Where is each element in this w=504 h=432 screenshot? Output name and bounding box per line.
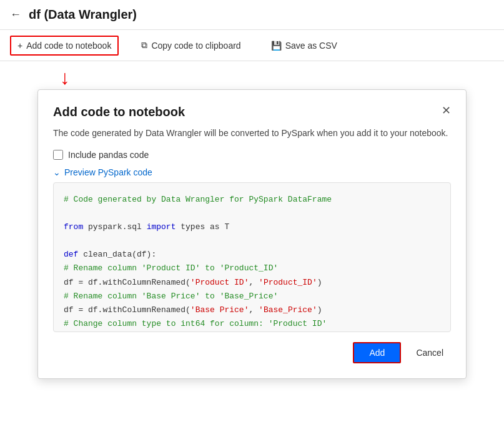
add-code-button[interactable]: + Add code to notebook bbox=[10, 36, 119, 56]
copy-icon: ⧉ bbox=[141, 40, 147, 51]
modal-description: The code generated by Data Wrangler will… bbox=[53, 127, 451, 140]
pandas-code-label[interactable]: Include pandas code bbox=[68, 150, 149, 160]
back-button[interactable]: ← bbox=[10, 8, 21, 21]
chevron-down-icon: ⌄ bbox=[53, 167, 61, 177]
modal-footer: Add Cancel bbox=[53, 342, 451, 363]
preview-label: Preview PySpark code bbox=[64, 167, 152, 177]
save-label: Save as CSV bbox=[285, 41, 337, 51]
toolbar: + Add code to notebook ⧉ Copy code to cl… bbox=[0, 30, 504, 61]
code-preview-block: # Code generated by Data Wrangler for Py… bbox=[53, 182, 451, 332]
plus-icon: + bbox=[17, 41, 22, 51]
modal-dialog: Add code to notebook ✕ The code generate… bbox=[37, 89, 467, 379]
modal-header: Add code to notebook ✕ bbox=[53, 105, 451, 119]
copy-clipboard-button[interactable]: ⧉ Copy code to clipboard bbox=[134, 35, 248, 56]
add-code-label: Add code to notebook bbox=[26, 41, 111, 51]
modal-close-button[interactable]: ✕ bbox=[442, 105, 451, 116]
modal-title: Add code to notebook bbox=[53, 105, 185, 119]
save-icon: 💾 bbox=[271, 41, 282, 51]
modal-area: Add code to notebook ✕ The code generate… bbox=[0, 89, 504, 379]
page-title: df (Data Wrangler) bbox=[29, 7, 137, 22]
arrow-container: ↓ bbox=[0, 61, 504, 89]
pandas-code-checkbox[interactable] bbox=[53, 150, 63, 160]
preview-pyspark-toggle[interactable]: ⌄ Preview PySpark code bbox=[53, 167, 451, 177]
pandas-code-checkbox-row: Include pandas code bbox=[53, 150, 451, 160]
header: ← df (Data Wrangler) bbox=[0, 0, 504, 30]
down-arrow-icon: ↓ bbox=[60, 66, 70, 89]
save-csv-button[interactable]: 💾 Save as CSV bbox=[264, 36, 345, 56]
add-button[interactable]: Add bbox=[353, 342, 401, 363]
cancel-button[interactable]: Cancel bbox=[408, 343, 451, 362]
copy-label: Copy code to clipboard bbox=[151, 41, 240, 51]
